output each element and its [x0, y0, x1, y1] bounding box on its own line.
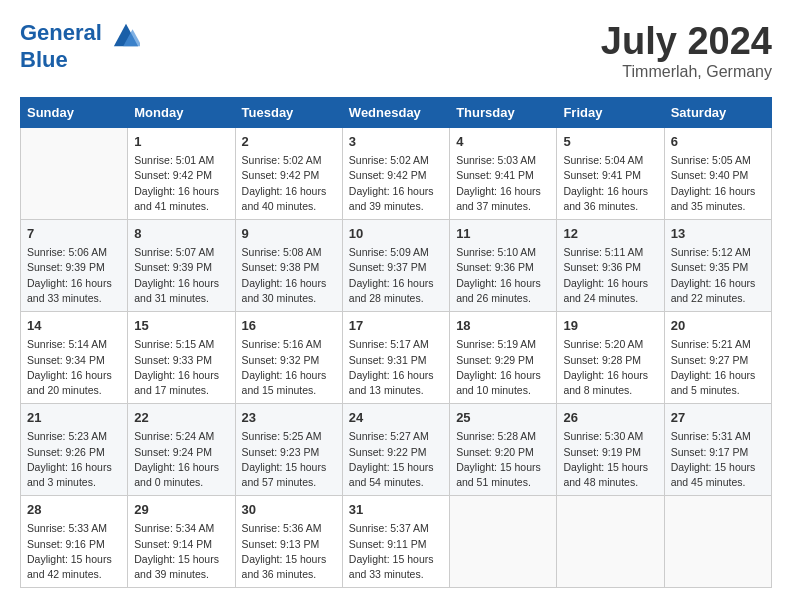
day-header-thursday: Thursday [450, 98, 557, 128]
day-info: Sunrise: 5:02 AM Sunset: 9:42 PM Dayligh… [349, 153, 443, 214]
day-number: 4 [456, 133, 550, 151]
logo-general: General [20, 20, 102, 45]
day-number: 20 [671, 317, 765, 335]
day-info: Sunrise: 5:27 AM Sunset: 9:22 PM Dayligh… [349, 429, 443, 490]
calendar-cell: 21Sunrise: 5:23 AM Sunset: 9:26 PM Dayli… [21, 404, 128, 496]
day-info: Sunrise: 5:17 AM Sunset: 9:31 PM Dayligh… [349, 337, 443, 398]
calendar-cell: 6Sunrise: 5:05 AM Sunset: 9:40 PM Daylig… [664, 128, 771, 220]
calendar-cell: 12Sunrise: 5:11 AM Sunset: 9:36 PM Dayli… [557, 220, 664, 312]
day-header-monday: Monday [128, 98, 235, 128]
day-number: 1 [134, 133, 228, 151]
calendar-cell: 4Sunrise: 5:03 AM Sunset: 9:41 PM Daylig… [450, 128, 557, 220]
day-number: 17 [349, 317, 443, 335]
calendar-cell: 26Sunrise: 5:30 AM Sunset: 9:19 PM Dayli… [557, 404, 664, 496]
calendar-cell: 3Sunrise: 5:02 AM Sunset: 9:42 PM Daylig… [342, 128, 449, 220]
calendar-cell: 8Sunrise: 5:07 AM Sunset: 9:39 PM Daylig… [128, 220, 235, 312]
day-header-saturday: Saturday [664, 98, 771, 128]
day-number: 21 [27, 409, 121, 427]
day-info: Sunrise: 5:03 AM Sunset: 9:41 PM Dayligh… [456, 153, 550, 214]
title-block: July 2024 Timmerlah, Germany [601, 20, 772, 81]
day-info: Sunrise: 5:11 AM Sunset: 9:36 PM Dayligh… [563, 245, 657, 306]
day-number: 11 [456, 225, 550, 243]
page-header: General Blue July 2024 Timmerlah, German… [20, 20, 772, 81]
calendar-cell [21, 128, 128, 220]
day-number: 27 [671, 409, 765, 427]
day-info: Sunrise: 5:36 AM Sunset: 9:13 PM Dayligh… [242, 521, 336, 582]
calendar-cell: 9Sunrise: 5:08 AM Sunset: 9:38 PM Daylig… [235, 220, 342, 312]
calendar-cell: 28Sunrise: 5:33 AM Sunset: 9:16 PM Dayli… [21, 496, 128, 588]
calendar-cell: 30Sunrise: 5:36 AM Sunset: 9:13 PM Dayli… [235, 496, 342, 588]
day-info: Sunrise: 5:24 AM Sunset: 9:24 PM Dayligh… [134, 429, 228, 490]
logo-text: General Blue [20, 20, 140, 72]
day-number: 23 [242, 409, 336, 427]
day-header-tuesday: Tuesday [235, 98, 342, 128]
day-header-wednesday: Wednesday [342, 98, 449, 128]
day-number: 26 [563, 409, 657, 427]
calendar-cell [557, 496, 664, 588]
day-number: 2 [242, 133, 336, 151]
day-info: Sunrise: 5:21 AM Sunset: 9:27 PM Dayligh… [671, 337, 765, 398]
day-number: 18 [456, 317, 550, 335]
day-info: Sunrise: 5:06 AM Sunset: 9:39 PM Dayligh… [27, 245, 121, 306]
day-info: Sunrise: 5:28 AM Sunset: 9:20 PM Dayligh… [456, 429, 550, 490]
day-info: Sunrise: 5:30 AM Sunset: 9:19 PM Dayligh… [563, 429, 657, 490]
location-subtitle: Timmerlah, Germany [601, 63, 772, 81]
day-info: Sunrise: 5:23 AM Sunset: 9:26 PM Dayligh… [27, 429, 121, 490]
day-number: 30 [242, 501, 336, 519]
day-number: 31 [349, 501, 443, 519]
calendar-cell: 11Sunrise: 5:10 AM Sunset: 9:36 PM Dayli… [450, 220, 557, 312]
calendar-cell: 25Sunrise: 5:28 AM Sunset: 9:20 PM Dayli… [450, 404, 557, 496]
week-row-5: 28Sunrise: 5:33 AM Sunset: 9:16 PM Dayli… [21, 496, 772, 588]
day-info: Sunrise: 5:08 AM Sunset: 9:38 PM Dayligh… [242, 245, 336, 306]
month-title: July 2024 [601, 20, 772, 63]
day-number: 8 [134, 225, 228, 243]
day-info: Sunrise: 5:10 AM Sunset: 9:36 PM Dayligh… [456, 245, 550, 306]
day-info: Sunrise: 5:19 AM Sunset: 9:29 PM Dayligh… [456, 337, 550, 398]
day-header-friday: Friday [557, 98, 664, 128]
logo-blue: Blue [20, 47, 68, 72]
week-row-2: 7Sunrise: 5:06 AM Sunset: 9:39 PM Daylig… [21, 220, 772, 312]
calendar-cell: 17Sunrise: 5:17 AM Sunset: 9:31 PM Dayli… [342, 312, 449, 404]
week-row-1: 1Sunrise: 5:01 AM Sunset: 9:42 PM Daylig… [21, 128, 772, 220]
calendar-cell: 18Sunrise: 5:19 AM Sunset: 9:29 PM Dayli… [450, 312, 557, 404]
day-info: Sunrise: 5:31 AM Sunset: 9:17 PM Dayligh… [671, 429, 765, 490]
calendar-cell: 1Sunrise: 5:01 AM Sunset: 9:42 PM Daylig… [128, 128, 235, 220]
day-number: 5 [563, 133, 657, 151]
calendar-cell: 7Sunrise: 5:06 AM Sunset: 9:39 PM Daylig… [21, 220, 128, 312]
day-info: Sunrise: 5:15 AM Sunset: 9:33 PM Dayligh… [134, 337, 228, 398]
calendar-cell: 16Sunrise: 5:16 AM Sunset: 9:32 PM Dayli… [235, 312, 342, 404]
day-info: Sunrise: 5:25 AM Sunset: 9:23 PM Dayligh… [242, 429, 336, 490]
day-number: 12 [563, 225, 657, 243]
calendar-cell: 22Sunrise: 5:24 AM Sunset: 9:24 PM Dayli… [128, 404, 235, 496]
calendar-cell: 31Sunrise: 5:37 AM Sunset: 9:11 PM Dayli… [342, 496, 449, 588]
day-number: 19 [563, 317, 657, 335]
calendar-cell [450, 496, 557, 588]
week-row-4: 21Sunrise: 5:23 AM Sunset: 9:26 PM Dayli… [21, 404, 772, 496]
calendar-cell: 27Sunrise: 5:31 AM Sunset: 9:17 PM Dayli… [664, 404, 771, 496]
day-info: Sunrise: 5:02 AM Sunset: 9:42 PM Dayligh… [242, 153, 336, 214]
logo-icon [112, 20, 140, 48]
calendar-cell: 10Sunrise: 5:09 AM Sunset: 9:37 PM Dayli… [342, 220, 449, 312]
calendar-cell: 24Sunrise: 5:27 AM Sunset: 9:22 PM Dayli… [342, 404, 449, 496]
calendar-table: SundayMondayTuesdayWednesdayThursdayFrid… [20, 97, 772, 588]
calendar-cell: 20Sunrise: 5:21 AM Sunset: 9:27 PM Dayli… [664, 312, 771, 404]
header-row: SundayMondayTuesdayWednesdayThursdayFrid… [21, 98, 772, 128]
day-number: 22 [134, 409, 228, 427]
logo: General Blue [20, 20, 140, 72]
day-number: 3 [349, 133, 443, 151]
day-info: Sunrise: 5:07 AM Sunset: 9:39 PM Dayligh… [134, 245, 228, 306]
calendar-cell: 29Sunrise: 5:34 AM Sunset: 9:14 PM Dayli… [128, 496, 235, 588]
day-info: Sunrise: 5:12 AM Sunset: 9:35 PM Dayligh… [671, 245, 765, 306]
calendar-cell: 19Sunrise: 5:20 AM Sunset: 9:28 PM Dayli… [557, 312, 664, 404]
calendar-cell: 5Sunrise: 5:04 AM Sunset: 9:41 PM Daylig… [557, 128, 664, 220]
day-info: Sunrise: 5:14 AM Sunset: 9:34 PM Dayligh… [27, 337, 121, 398]
calendar-cell: 15Sunrise: 5:15 AM Sunset: 9:33 PM Dayli… [128, 312, 235, 404]
day-number: 9 [242, 225, 336, 243]
day-number: 25 [456, 409, 550, 427]
day-info: Sunrise: 5:20 AM Sunset: 9:28 PM Dayligh… [563, 337, 657, 398]
day-info: Sunrise: 5:34 AM Sunset: 9:14 PM Dayligh… [134, 521, 228, 582]
day-number: 14 [27, 317, 121, 335]
day-number: 24 [349, 409, 443, 427]
day-number: 13 [671, 225, 765, 243]
day-info: Sunrise: 5:05 AM Sunset: 9:40 PM Dayligh… [671, 153, 765, 214]
